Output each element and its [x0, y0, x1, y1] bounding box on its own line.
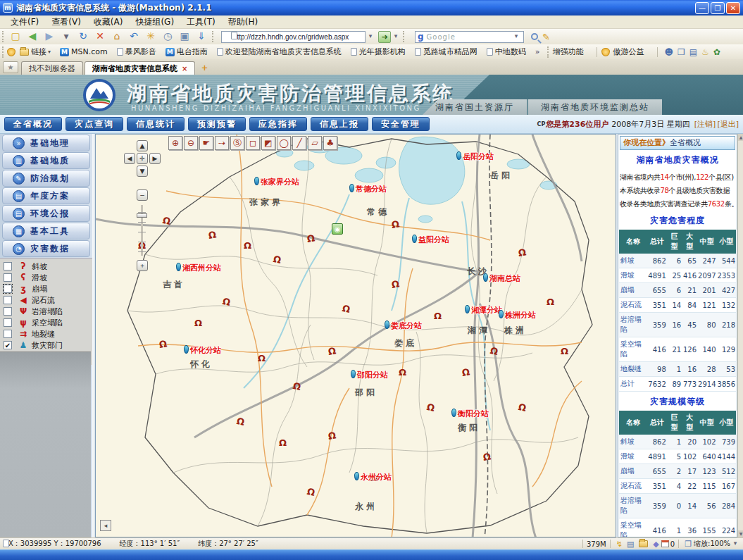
layer-checkbox[interactable] — [4, 318, 12, 327]
nav-tab-2[interactable]: 信息统计 — [127, 117, 185, 131]
map-select-s-button[interactable]: Ⓢ — [230, 136, 244, 150]
sidebar-button-4[interactable]: ▤环境公报 — [2, 205, 90, 222]
menu-item-1[interactable]: 查看(V) — [45, 15, 87, 30]
search-box[interactable]: g Google ▾ — [415, 31, 524, 43]
magic-wand-button[interactable]: ✳ — [143, 30, 158, 43]
nav-tab-5[interactable]: 信息上报 — [311, 117, 368, 131]
layer-checkbox[interactable] — [4, 273, 12, 282]
station-marker[interactable]: 怀化分站 — [184, 345, 221, 356]
scroll-up-icon[interactable]: ▲ — [738, 134, 743, 141]
station-marker[interactable]: 湘西州分站 — [176, 263, 221, 273]
scroll-down-icon[interactable]: ▼ — [738, 530, 743, 537]
station-marker[interactable]: 衡阳分站 — [451, 409, 489, 419]
nav-tab-4[interactable]: 应急指挥 — [249, 117, 307, 131]
go-button[interactable]: ➜ — [378, 31, 391, 43]
zoom-in-step-button[interactable]: ＋ — [137, 260, 148, 271]
close-button[interactable]: ✕ — [726, 2, 740, 14]
map-zoom-in-button[interactable]: ⊕ — [168, 136, 182, 150]
search-engine-dropdown-icon[interactable]: ▾ — [512, 30, 520, 43]
zoom-out-step-button[interactable]: − — [137, 189, 148, 201]
nav-tab-0[interactable]: 全省概况 — [4, 117, 62, 131]
sidebar-button-6[interactable]: ◔灾害数据 — [2, 240, 90, 257]
pan-center-button[interactable]: ✛ — [137, 153, 148, 164]
maximize-button[interactable]: ❐ — [711, 2, 725, 14]
address-dropdown-icon[interactable]: ▾ — [366, 30, 375, 43]
search-icon[interactable] — [531, 33, 538, 40]
layer-checkbox[interactable]: ✔ — [4, 341, 12, 349]
forward-button[interactable]: ▶ — [42, 30, 57, 43]
menu-item-3[interactable]: 快捷组(G) — [129, 15, 180, 30]
link-item-0[interactable]: 链接▾ — [20, 46, 51, 57]
station-marker[interactable]: 娄底分站 — [385, 321, 422, 331]
pan-west-button[interactable]: ◀ — [124, 153, 135, 164]
link-item-7[interactable]: 中地数码 — [487, 46, 526, 57]
zoom-slider-handle[interactable] — [137, 213, 147, 218]
link-item-3[interactable]: M电台指南 — [166, 46, 208, 57]
map-deselect-rect-button[interactable]: ◩ — [261, 136, 275, 150]
map-measure-button[interactable]: ╱ — [292, 136, 306, 150]
land-resources-link[interactable]: 湖南省国土资源厅 — [423, 99, 527, 115]
menu-item-5[interactable]: 帮助(H) — [222, 15, 264, 30]
boost-icon[interactable]: ↯ — [616, 540, 623, 549]
tab-1[interactable]: 湖南省地质灾害信息系统× — [85, 61, 195, 75]
map-identify-button[interactable]: ⇢ — [215, 136, 229, 150]
sidebar-button-2[interactable]: ✎防治规划 — [2, 170, 90, 187]
plugin-icon[interactable]: ✿ — [713, 47, 720, 57]
blocked-popup-counter[interactable]: 0 — [661, 540, 675, 548]
shield-icon[interactable] — [7, 48, 15, 56]
gps-locate-button[interactable]: ◉ — [332, 223, 343, 235]
zoom-dropdown-icon[interactable]: ▾ — [731, 537, 739, 550]
new-tab-button[interactable]: ＋ — [198, 62, 211, 73]
map-full-extent-button[interactable]: ♣ — [323, 136, 337, 150]
tab-close-icon[interactable]: × — [182, 65, 187, 73]
map-select-circle-button[interactable]: ◯ — [277, 136, 291, 150]
sidebar-button-0[interactable]: »基础地理 — [2, 135, 90, 151]
resize-icon[interactable]: ❒ — [685, 540, 692, 549]
back-button[interactable]: ◀ — [25, 30, 40, 43]
station-marker[interactable]: 株洲分站 — [499, 310, 536, 321]
download-button[interactable]: ⇓ — [194, 30, 209, 43]
station-marker[interactable]: 永州分站 — [354, 472, 392, 483]
layer-checkbox[interactable] — [4, 330, 12, 338]
printer-icon[interactable]: ▤ — [627, 540, 634, 549]
map-eraser-button[interactable]: ▱ — [308, 136, 322, 150]
home-button[interactable]: ⌂ — [109, 30, 125, 43]
layer-checkbox[interactable] — [4, 296, 12, 304]
page-scrollbar[interactable]: ▲ ▼ — [737, 134, 743, 537]
zoom-slider[interactable] — [141, 205, 148, 256]
pages-icon[interactable]: ▤ — [689, 47, 697, 57]
pan-east-button[interactable]: ▶ — [149, 153, 161, 164]
menu-item-2[interactable]: 收藏(A) — [87, 15, 130, 30]
link-item-5[interactable]: 光年摄影机构 — [351, 46, 406, 57]
menu-item-0[interactable]: 文件(F) — [4, 15, 45, 30]
new-page-button[interactable]: ▢ — [8, 30, 23, 43]
station-marker[interactable]: 邵阳分站 — [351, 370, 388, 380]
layer-checkbox[interactable] — [4, 285, 12, 293]
bucket-icon[interactable]: ♨ — [701, 47, 709, 57]
history-button[interactable]: ◷ — [160, 30, 175, 43]
station-marker[interactable]: 常德分站 — [349, 184, 387, 194]
links-overflow-icon[interactable]: » — [535, 47, 540, 56]
user-icon[interactable]: ☻ — [664, 47, 673, 57]
station-marker[interactable]: 张家界分站 — [254, 177, 299, 187]
nav-tab-6[interactable]: 安全管理 — [372, 117, 430, 131]
map-select-rect-button[interactable]: ◻ — [246, 136, 260, 150]
diamond-icon[interactable]: ◆ — [653, 540, 658, 549]
favorites-star-icon[interactable]: ★ — [3, 61, 18, 73]
menu-item-4[interactable]: 工具(T) — [180, 15, 222, 30]
sidebar-button-1[interactable]: ▥基础地质 — [2, 152, 90, 169]
exit-link[interactable]: [退出] — [717, 119, 739, 130]
map-canvas[interactable]: ▲ ◀ ✛ ▶ ▼ − ＋ ⊕⊖☛⇢Ⓢ◻◩◯╱▱♣ ◉ ◂ — [95, 134, 616, 537]
undo-button[interactable]: ↶ — [126, 30, 142, 43]
layer-checkbox[interactable] — [4, 307, 12, 316]
extensions-link[interactable]: 增强功能 — [552, 46, 583, 57]
station-marker[interactable]: 湘潭分站 — [465, 305, 502, 316]
nav-tab-3[interactable]: 预测预警 — [188, 117, 246, 131]
sidebar-button-3[interactable]: ▤年度方案 — [2, 187, 90, 204]
capture-button[interactable]: ▣ — [177, 30, 192, 43]
window-icon[interactable]: ❒ — [678, 47, 685, 57]
geo-env-station-link[interactable]: 湖南省地质环境监测总站 — [528, 99, 662, 115]
tab-0[interactable]: 找不到服务器 — [21, 61, 83, 75]
link-item-1[interactable]: MMSN.com — [60, 47, 108, 56]
minimize-button[interactable]: — — [695, 2, 709, 14]
